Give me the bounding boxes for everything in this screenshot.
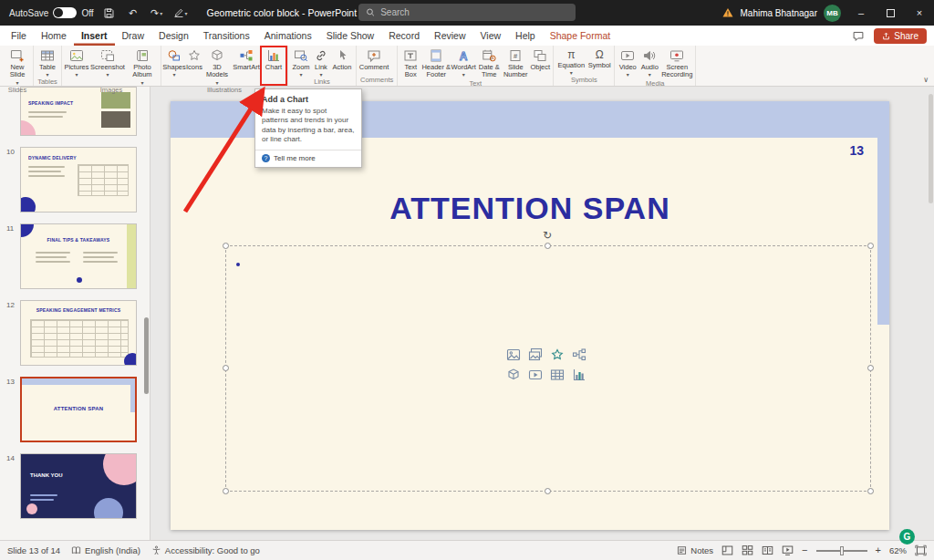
maximize-button[interactable] <box>876 0 905 26</box>
chart-button[interactable]: Chart <box>262 47 285 86</box>
zoom-slider-knob[interactable] <box>840 546 844 555</box>
thumbnail-slide-13-selected[interactable]: 13 ATTENTION SPAN <box>20 377 137 442</box>
autosave-toggle[interactable]: AutoSave Off <box>9 7 94 18</box>
thumbnail-slide-14[interactable]: 14 THANK YOU <box>20 453 137 519</box>
zoom-slider[interactable] <box>816 550 867 552</box>
fit-slide-to-window-icon[interactable] <box>915 544 927 556</box>
tab-animations[interactable]: Animations <box>257 26 319 46</box>
zoom-button[interactable]: Zoom ▾ <box>290 47 312 78</box>
tab-insert[interactable]: Insert <box>74 26 115 46</box>
alert-icon[interactable] <box>721 6 734 19</box>
slide-sorter-icon[interactable] <box>742 544 753 556</box>
thumbnail-canvas[interactable]: ATTENTION SPAN <box>20 377 137 442</box>
content-placeholder[interactable]: ↻ <box>225 245 871 492</box>
resize-handle-top-left[interactable] <box>223 243 229 249</box>
tell-me-more-link[interactable]: ? Tell me more <box>262 154 355 162</box>
equation-button[interactable]: π Equation ▾ <box>555 47 586 76</box>
zoom-in-button[interactable]: + <box>876 545 881 555</box>
comment-button[interactable]: Comment <box>358 47 389 76</box>
audio-button[interactable]: Audio ▾ <box>638 47 660 79</box>
slide-number[interactable]: 13 <box>849 143 864 158</box>
save-button[interactable] <box>101 5 118 21</box>
pictures-button[interactable]: Pictures ▾ <box>64 47 89 86</box>
object-button[interactable]: Object <box>529 47 551 79</box>
tab-file[interactable]: File <box>4 26 34 46</box>
resize-handle-middle-left[interactable] <box>223 365 229 371</box>
link-button[interactable]: Link ▾ <box>312 47 330 78</box>
header-footer-button[interactable]: Header & Footer <box>421 47 451 79</box>
thumbnail-slide-12[interactable]: 12 SPEAKING ENGAGEMENT METRICS <box>20 300 137 366</box>
tab-record[interactable]: Record <box>381 26 427 46</box>
thumbnail-slide-11[interactable]: 11 FINAL TIPS & TAKEAWAYS <box>20 223 137 289</box>
zoom-percent[interactable]: 62% <box>889 545 907 555</box>
text-box-button[interactable]: Text Box <box>400 47 421 79</box>
smartart-button[interactable]: SmartArt <box>231 47 262 86</box>
insert-stock-images-icon[interactable] <box>528 347 543 362</box>
thumbnail-canvas[interactable]: SPEAKING ENGAGEMENT METRICS <box>20 300 137 366</box>
insert-3d-model-icon[interactable] <box>506 368 521 382</box>
wordart-button[interactable]: A WordArt ▾ <box>451 47 476 79</box>
close-button[interactable]: × <box>905 0 934 26</box>
thumbnail-canvas[interactable]: DYNAMIC DELIVERY <box>20 147 137 213</box>
avatar[interactable]: MB <box>824 5 841 22</box>
thumbnail-slide-10[interactable]: 10 DYNAMIC DELIVERY <box>20 147 137 213</box>
canvas-scrollbar[interactable] <box>929 94 933 203</box>
slide-title[interactable]: ATTENTION SPAN <box>171 191 889 226</box>
insert-picture-icon[interactable] <box>506 347 521 362</box>
zoom-out-button[interactable]: − <box>802 545 807 555</box>
tab-design[interactable]: Design <box>151 26 196 46</box>
undo-button[interactable]: ↶ <box>125 5 141 21</box>
3d-models-button[interactable]: 3D Models ▾ <box>203 47 231 86</box>
search-input[interactable] <box>380 7 568 17</box>
slideshow-view-icon[interactable] <box>782 544 794 556</box>
shapes-button[interactable]: Shapes ▾ <box>163 47 185 86</box>
grammarly-icon[interactable]: G <box>899 529 915 544</box>
tab-slide-show[interactable]: Slide Show <box>319 26 382 46</box>
thumbnail-scrollbar[interactable] <box>144 317 149 394</box>
insert-chart-icon[interactable] <box>572 368 586 382</box>
symbol-button[interactable]: Ω Symbol <box>586 47 612 76</box>
photo-album-button[interactable]: Photo Album ▾ <box>126 47 159 86</box>
tab-view[interactable]: View <box>472 26 508 46</box>
table-button[interactable]: Table ▾ <box>36 47 59 78</box>
notes-button[interactable]: Notes <box>677 545 713 555</box>
accessibility-checker[interactable]: Accessibility: Good to go <box>151 545 260 555</box>
insert-icons-icon[interactable] <box>550 347 565 362</box>
normal-view-icon[interactable] <box>721 544 733 556</box>
video-button[interactable]: Video ▾ <box>617 47 638 79</box>
rotate-handle-icon[interactable]: ↻ <box>543 229 552 242</box>
redo-button[interactable]: ↷▾ <box>149 5 165 21</box>
resize-handle-bottom-right[interactable] <box>867 488 874 494</box>
date-time-button[interactable]: Date & Time <box>476 47 502 79</box>
new-slide-button[interactable]: New Slide ▾ <box>4 47 31 86</box>
search-box[interactable] <box>358 4 576 21</box>
resize-handle-bottom-center[interactable] <box>545 488 551 494</box>
tab-transitions[interactable]: Transitions <box>196 26 257 46</box>
resize-handle-top-center[interactable] <box>545 243 551 249</box>
tab-draw[interactable]: Draw <box>115 26 152 46</box>
thumbnail-canvas[interactable]: THANK YOU <box>20 453 137 519</box>
screenshot-button[interactable]: Screenshot ▾ <box>89 47 126 86</box>
slide-number-button[interactable]: # Slide Number <box>502 47 529 79</box>
collapse-ribbon-icon[interactable]: ∨ <box>923 76 929 84</box>
resize-handle-top-right[interactable] <box>867 243 874 249</box>
customize-qat-button[interactable]: ▾ <box>172 5 189 21</box>
slide-indicator[interactable]: Slide 13 of 14 <box>7 545 60 555</box>
autosave-switch-icon[interactable] <box>53 7 77 18</box>
insert-table-icon[interactable] <box>550 368 565 382</box>
comments-icon[interactable] <box>852 30 865 42</box>
tab-help[interactable]: Help <box>508 26 543 46</box>
thumbnail-canvas[interactable]: FINAL TIPS & TAKEAWAYS <box>20 223 137 289</box>
language-indicator[interactable]: English (India) <box>71 545 140 555</box>
reading-view-icon[interactable] <box>762 544 773 556</box>
tab-review[interactable]: Review <box>427 26 472 46</box>
icons-button[interactable]: Icons <box>185 47 203 86</box>
insert-video-icon[interactable] <box>528 368 543 382</box>
minimize-button[interactable]: – <box>846 0 876 26</box>
share-button[interactable]: Share <box>874 28 927 44</box>
screen-recording-button[interactable]: Screen Recording <box>660 47 693 79</box>
resize-handle-bottom-left[interactable] <box>223 488 229 494</box>
user-name[interactable]: Mahima Bhatnagar <box>741 8 818 18</box>
tab-home[interactable]: Home <box>34 26 74 46</box>
resize-handle-middle-right[interactable] <box>867 365 874 371</box>
